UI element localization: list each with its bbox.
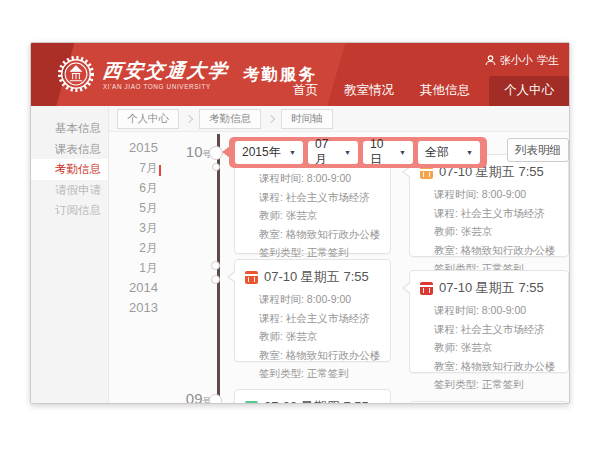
nav-other-info[interactable]: 其他信息	[407, 77, 483, 106]
status-icon	[420, 282, 433, 295]
attendance-card[interactable]: 07-10 星期五 7:55 课程时间: 8:00-9:00 课程: 社会主义市…	[234, 259, 391, 362]
axis-year-2014[interactable]: 2014	[109, 280, 158, 300]
body-area: 基本信息 课表信息 考勤信息 请假申请 订阅信息 个人中心 考勤信息 时间轴 2…	[31, 106, 569, 403]
nav-home[interactable]: 首页	[280, 77, 331, 106]
user-name: 张小小	[500, 53, 533, 68]
breadcrumb-attendance-info[interactable]: 考勤信息	[199, 109, 261, 129]
sidebar-item-subscription-info[interactable]: 订阅信息	[31, 200, 108, 221]
selected-month-marker	[159, 165, 161, 176]
sidebar-item-basic-info[interactable]: 基本信息	[31, 118, 108, 139]
breadcrumb-personal-center[interactable]: 个人中心	[117, 109, 179, 129]
chevron-right-icon	[267, 114, 275, 122]
day-label-09: 09号	[171, 390, 211, 404]
date-filter-bar: 2015年 ▼ 07月 ▼ 10日 ▼ 全部 ▼	[229, 137, 487, 168]
sidebar-item-attendance-info[interactable]: 考勤信息	[31, 159, 108, 180]
attendance-card-partial[interactable]	[409, 401, 569, 404]
card-title: 07-10 星期五 7:55	[439, 279, 544, 297]
page: 西安交通大学 XI'AN JIAO TONG UNIVERSITY 考勤服务 张…	[0, 0, 600, 450]
nav-personal-center[interactable]: 个人中心	[489, 76, 569, 106]
logo-text: 西安交通大学 XI'AN JIAO TONG UNIVERSITY	[103, 59, 229, 90]
nav-classrooms[interactable]: 教室情况	[331, 77, 407, 106]
year-dropdown[interactable]: 2015年 ▼	[235, 141, 303, 164]
month-dropdown[interactable]: 07月 ▼	[308, 141, 358, 164]
chevron-right-icon	[185, 114, 193, 122]
attendance-card[interactable]: 07-09 星期四 7:55	[234, 389, 391, 404]
user-role: 学生	[537, 53, 559, 68]
timeline-axis: 2015 7月 6月 5月 3月 2月 1月 2014 2013	[109, 140, 158, 320]
axis-year-2015[interactable]: 2015	[109, 140, 158, 160]
user-info[interactable]: 张小小 学生	[485, 53, 559, 68]
main-content: 个人中心 考勤信息 时间轴 2015 7月 6月 5月 3月 2月 1月 201…	[109, 106, 569, 403]
university-logo: 西安交通大学 XI'AN JIAO TONG UNIVERSITY 考勤服务	[57, 55, 317, 93]
attendance-card[interactable]: 课程时间: 8:00-9:00 课程: 社会主义市场经济 教师: 张芸京 教室:…	[234, 153, 391, 254]
timeline-node[interactable]	[212, 163, 220, 171]
day-dropdown[interactable]: 10日 ▼	[363, 141, 413, 164]
axis-month-2[interactable]: 2月	[109, 240, 158, 260]
sidebar-item-schedule-info[interactable]: 课表信息	[31, 139, 108, 160]
chevron-down-icon: ▼	[466, 149, 473, 156]
university-name-en: XI'AN JIAO TONG UNIVERSITY	[103, 83, 229, 90]
university-name-cn: 西安交通大学	[102, 59, 230, 81]
status-icon	[245, 401, 258, 405]
day-label-10: 10号	[171, 143, 211, 161]
university-logo-icon	[57, 55, 95, 93]
timeline-node[interactable]	[211, 275, 220, 284]
axis-month-7[interactable]: 7月	[109, 160, 158, 180]
timeline-node[interactable]	[211, 261, 220, 270]
person-icon	[485, 55, 496, 66]
timeline-node[interactable]	[209, 394, 222, 404]
axis-month-5[interactable]: 5月	[109, 200, 158, 220]
breadcrumb: 个人中心 考勤信息 时间轴	[109, 106, 569, 132]
card-title: 07-09 星期四 7:55	[264, 398, 369, 404]
chevron-down-icon: ▼	[344, 149, 351, 156]
app-header: 西安交通大学 XI'AN JIAO TONG UNIVERSITY 考勤服务 张…	[31, 43, 569, 106]
axis-year-2013[interactable]: 2013	[109, 300, 158, 320]
axis-month-3[interactable]: 3月	[109, 220, 158, 240]
axis-month-6[interactable]: 6月	[109, 180, 158, 200]
chevron-down-icon: ▼	[289, 149, 296, 156]
chevron-down-icon: ▼	[399, 149, 406, 156]
app-window: 西安交通大学 XI'AN JIAO TONG UNIVERSITY 考勤服务 张…	[30, 42, 570, 404]
status-icon	[245, 271, 258, 284]
breadcrumb-timeline[interactable]: 时间轴	[281, 109, 333, 129]
scope-dropdown[interactable]: 全部 ▼	[418, 141, 480, 164]
list-detail-button[interactable]: 列表明细	[507, 138, 569, 162]
attendance-card[interactable]: 07-10 星期五 7:55 课程时间: 8:00-9:00 课程: 社会主义市…	[409, 154, 569, 257]
main-nav: 首页 教室情况 其他信息 个人中心	[280, 76, 569, 106]
attendance-card[interactable]: 07-10 星期五 7:55 课程时间: 8:00-9:00 课程: 社会主义市…	[409, 270, 569, 373]
sidebar-item-leave-request[interactable]: 请假申请	[31, 180, 108, 201]
axis-month-1[interactable]: 1月	[109, 260, 158, 280]
sidebar: 基本信息 课表信息 考勤信息 请假申请 订阅信息	[31, 106, 109, 403]
card-title: 07-10 星期五 7:55	[264, 268, 369, 286]
timeline-node-current[interactable]	[209, 146, 223, 160]
